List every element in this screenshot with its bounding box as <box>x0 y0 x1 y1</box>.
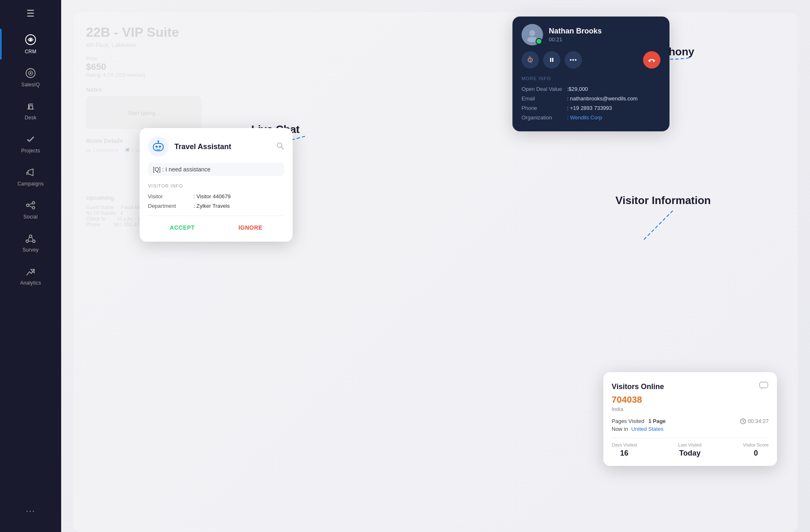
svg-point-27 <box>572 59 574 61</box>
accept-button[interactable]: ACCEPT <box>160 222 205 233</box>
chat-title: Travel Assistant <box>174 142 231 151</box>
visitors-title: Visitors Online <box>612 380 769 393</box>
email-row: Email : nathanbrooks@wendils.com <box>522 95 660 102</box>
svg-point-29 <box>649 60 650 62</box>
svg-rect-24 <box>550 58 551 62</box>
org-row: Organization : Wendils Corp <box>522 114 660 121</box>
sidebar-item-survey[interactable]: Survey <box>0 228 61 258</box>
deal-value-val: :$29,000 <box>567 86 588 92</box>
svg-point-22 <box>537 40 541 43</box>
department-key: Department <box>148 203 193 209</box>
mute-button[interactable] <box>522 51 539 69</box>
sidebar-item-salesiq[interactable]: SalesIQ <box>0 63 61 93</box>
svg-point-9 <box>32 207 35 209</box>
social-icon <box>25 200 36 212</box>
pages-visited: Pages Visited 1 Page <box>612 418 666 424</box>
analytics-icon <box>25 266 36 278</box>
chat-search-icon[interactable] <box>276 142 284 152</box>
phone-row: Phone : +19 2893 733993 <box>522 105 660 111</box>
last-visited-val: Today <box>679 449 701 458</box>
campaigns-icon <box>25 167 36 179</box>
department-val: : Zylker Travels <box>193 203 230 209</box>
crm-notes-label: Notes <box>86 86 785 93</box>
svg-line-10 <box>29 204 32 205</box>
survey-icon <box>25 233 36 245</box>
svg-line-41 <box>743 421 744 422</box>
svg-rect-38 <box>760 382 768 388</box>
crm-rating: Rating: 4.7/5 (329 reviews) <box>86 72 785 78</box>
email-key: Email <box>522 95 567 102</box>
visitor-key: Visitor <box>148 193 193 200</box>
now-location: United States <box>631 426 663 432</box>
email-val: : nathanbrooks@wendils.com <box>567 95 638 102</box>
sidebar-item-projects[interactable]: Projects <box>0 129 61 159</box>
sidebar-item-social-label: Social <box>24 214 38 220</box>
sidebar-item-crm[interactable]: CRM <box>0 29 61 59</box>
svg-point-33 <box>159 146 161 148</box>
crm-room-subtitle: 4th Floor, Lakeview. <box>86 42 785 48</box>
visitor-country: India <box>612 406 769 412</box>
deal-value-key: Open Deal Value <box>522 86 567 92</box>
sidebar-item-campaigns[interactable]: Campaigns <box>0 162 61 192</box>
end-call-button[interactable] <box>643 51 660 69</box>
ignore-button[interactable]: IGNORE <box>229 222 272 233</box>
visitor-row: Visitor : Visitor 440679 <box>148 193 284 200</box>
sidebar-item-analytics[interactable]: Analytics <box>0 261 61 291</box>
svg-point-12 <box>29 235 32 238</box>
timer-value: 00:34:27 <box>748 418 769 424</box>
svg-line-16 <box>32 237 33 240</box>
svg-point-26 <box>570 59 572 61</box>
more-options[interactable]: ··· <box>26 498 36 524</box>
sidebar-item-analytics-label: Analytics <box>20 280 41 286</box>
visitors-chat-icon[interactable] <box>759 380 769 393</box>
visitors-title-text: Visitors Online <box>612 382 664 391</box>
sidebar-item-projects-label: Projects <box>21 148 40 154</box>
svg-line-15 <box>28 237 29 240</box>
sidebar-item-desk[interactable]: Desk <box>0 96 61 126</box>
chat-message: [Q] : I need assistance <box>148 163 284 176</box>
sidebar: ☰ CRM SalesIQ <box>0 0 61 532</box>
chat-header: Travel Assistant <box>148 136 284 157</box>
svg-marker-5 <box>28 169 33 176</box>
svg-line-37 <box>281 147 284 149</box>
visitor-info-label: VISITOR INFO <box>148 183 284 188</box>
sidebar-item-survey-label: Survey <box>22 247 38 253</box>
visitor-score-label: Visitor Score <box>743 442 769 447</box>
projects-icon <box>25 134 36 146</box>
caller-details: Nathan Brooks 00:21 <box>549 27 602 43</box>
phone-val: : +19 2893 733993 <box>567 105 612 111</box>
department-row: Department : Zylker Travels <box>148 203 284 209</box>
sidebar-item-desk-label: Desk <box>25 115 37 121</box>
sidebar-item-salesiq-label: SalesIQ <box>21 82 40 88</box>
svg-point-32 <box>156 146 158 148</box>
days-visited-stat: Days Visited 16 <box>612 442 637 458</box>
caller-name: Nathan Brooks <box>549 27 602 36</box>
livechat-card: Travel Assistant [Q] : I need assistance… <box>140 128 293 242</box>
crm-notes-area[interactable]: Start typing... <box>86 96 202 129</box>
visitor-id: 704038 <box>612 394 769 405</box>
pages-timer-row: Pages Visited 1 Page 00:34:27 <box>612 418 769 424</box>
visitors-divider <box>612 438 769 438</box>
svg-point-8 <box>26 204 29 207</box>
svg-point-35 <box>157 140 159 142</box>
call-controls <box>522 51 660 69</box>
sidebar-item-social[interactable]: Social <box>0 195 61 225</box>
hamburger-icon[interactable]: ☰ <box>26 8 35 19</box>
now-in-row: Now in United States <box>612 426 769 432</box>
pages-count: 1 Page <box>648 418 666 424</box>
days-visited-val: 16 <box>620 449 628 458</box>
visitors-stats: Days Visited 16 Last Visited Today Visit… <box>612 442 769 458</box>
more-info-label: MORE INFO <box>522 76 660 81</box>
more-options-button[interactable] <box>565 51 582 69</box>
phone-key: Phone <box>522 105 567 111</box>
org-val[interactable]: : Wendils Corp <box>567 114 602 121</box>
deal-value-row: Open Deal Value :$29,000 <box>522 86 660 92</box>
visitor-val: : Visitor 440679 <box>193 193 231 200</box>
last-visited-stat: Last Visited Today <box>678 442 702 458</box>
timer-display: 00:34:27 <box>740 418 769 424</box>
svg-rect-25 <box>552 58 553 62</box>
pages-visited-label: Pages Visited <box>612 418 644 424</box>
chatbot-icon <box>148 136 169 157</box>
pause-button[interactable] <box>543 51 560 69</box>
main-content: 22B - VIP Suite 4th Floor, Lakeview. Pri… <box>61 0 810 532</box>
